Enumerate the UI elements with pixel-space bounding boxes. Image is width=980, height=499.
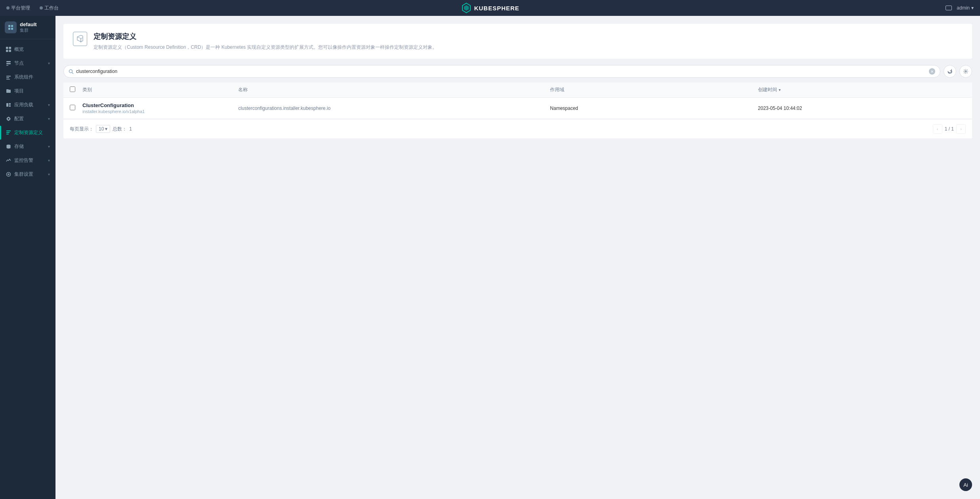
svg-rect-18 (9, 106, 11, 107)
total-value: 1 (129, 126, 132, 132)
overview-label: 概览 (14, 46, 24, 53)
svg-rect-17 (9, 103, 11, 105)
page-header-info: 定制资源定义 定制资源定义（Custom Resource Definition… (94, 32, 437, 51)
svg-rect-20 (6, 132, 10, 133)
app-workloads-icon (6, 102, 11, 108)
svg-rect-14 (6, 77, 9, 78)
svg-rect-12 (6, 65, 8, 66)
screen-icon (946, 6, 952, 10)
svg-rect-2 (8, 25, 10, 27)
page-display: 1 / 1 (945, 126, 954, 132)
storage-chevron-icon: ▾ (48, 144, 50, 149)
kubesphere-logo-icon (460, 2, 472, 13)
svg-rect-7 (9, 47, 11, 49)
sidebar-item-nodes[interactable]: 节点 ▾ (0, 56, 55, 70)
sidebar-item-crd[interactable]: 定制资源定义 (0, 126, 55, 140)
per-page-select[interactable]: 10 ▾ (96, 125, 110, 133)
pagination-left: 每页显示： 10 ▾ 总数： 1 (70, 125, 132, 133)
sidebar-workspace[interactable]: default 集群 (0, 16, 55, 39)
toolbar: ✕ (63, 65, 972, 78)
pagination-right: ‹ 1 / 1 › (933, 124, 966, 134)
cluster-settings-chevron-icon: ▾ (48, 172, 50, 177)
svg-rect-5 (11, 28, 13, 30)
svg-rect-21 (6, 134, 9, 134)
overview-icon (6, 47, 11, 52)
svg-rect-16 (6, 103, 8, 107)
cluster-settings-label: 集群设置 (14, 171, 33, 178)
storage-label: 存储 (14, 143, 24, 150)
settings-button[interactable] (959, 65, 972, 78)
storage-icon (6, 144, 11, 150)
topbar-logo: KUBESPHERE (460, 2, 519, 13)
system-components-icon (6, 75, 11, 80)
config-label: 配置 (14, 115, 24, 122)
sidebar-item-cluster-settings[interactable]: 集群设置 ▾ (0, 167, 55, 181)
per-page-value: 10 (99, 126, 104, 132)
workspace-info: default 集群 (20, 21, 37, 33)
row-checkbox[interactable] (70, 105, 75, 110)
system-components-label: 系统组件 (14, 74, 33, 81)
help-button[interactable]: Ai (959, 478, 972, 491)
layout: default 集群 概览 节点 (0, 16, 980, 499)
page-header-icon (73, 32, 87, 46)
app-workloads-label: 应用负载 (14, 102, 33, 108)
crd-label: 定制资源定义 (14, 129, 43, 136)
platform-dot (6, 6, 10, 10)
search-input[interactable] (76, 69, 929, 74)
crd-icon (6, 130, 11, 136)
app-workloads-chevron-icon: ▾ (48, 103, 50, 107)
admin-chevron-icon: ▾ (971, 5, 974, 11)
svg-rect-11 (6, 63, 11, 64)
projects-label: 项目 (14, 88, 24, 94)
svg-rect-8 (6, 50, 8, 52)
config-icon (6, 116, 11, 122)
sidebar-item-app-workloads[interactable]: 应用负载 ▾ (0, 98, 55, 112)
sidebar-item-config[interactable]: 配置 ▾ (0, 112, 55, 126)
topbar: 平台管理 工作台 KUBESPHERE admin ▾ (0, 0, 980, 16)
svg-rect-3 (11, 25, 13, 27)
col-header-created[interactable]: 创建时间 ▾ (758, 86, 966, 93)
sidebar-item-overview[interactable]: 概览 (0, 42, 55, 56)
sidebar-item-storage[interactable]: 存储 ▾ (0, 140, 55, 154)
prev-page-button[interactable]: ‹ (933, 124, 942, 134)
svg-rect-10 (6, 61, 11, 62)
workspace-sub: 集群 (20, 27, 37, 33)
cluster-settings-icon (6, 172, 11, 177)
table-header: 类别 名称 作用域 创建时间 ▾ (63, 83, 972, 98)
svg-marker-1 (464, 5, 468, 11)
sidebar-item-system-components[interactable]: 系统组件 (0, 70, 55, 84)
page-description: 定制资源定义（Custom Resource Definition，CRD）是一… (94, 44, 437, 51)
refresh-button[interactable] (944, 65, 956, 78)
monitoring-chevron-icon: ▾ (48, 158, 50, 163)
sidebar-item-monitoring[interactable]: 监控告警 ▾ (0, 154, 55, 167)
svg-rect-19 (6, 131, 11, 131)
logo-text: KUBESPHERE (474, 5, 519, 12)
kind-sub: installer.kubesphere.io/v1alpha1 (82, 109, 238, 114)
col-header-name: 名称 (238, 86, 550, 93)
sidebar: default 集群 概览 节点 (0, 16, 55, 499)
monitoring-icon (6, 158, 11, 163)
search-icon (69, 69, 74, 74)
topbar-nav: 平台管理 工作台 (6, 5, 59, 12)
svg-rect-15 (6, 79, 10, 80)
nodes-label: 节点 (14, 60, 24, 67)
cell-name: clusterconfigurations.installer.kubesphe… (238, 106, 550, 111)
search-clear-button[interactable]: ✕ (929, 68, 935, 75)
kind-name[interactable]: ClusterConfiguration (82, 102, 238, 108)
workspace-dot (40, 6, 43, 10)
svg-rect-9 (9, 50, 11, 52)
next-page-button[interactable]: › (956, 124, 966, 134)
total-label: 总数： (113, 126, 127, 132)
per-page-chevron-icon: ▾ (105, 126, 107, 132)
svg-rect-6 (6, 47, 8, 49)
col-header-kind: 类别 (82, 86, 238, 93)
nav-platform[interactable]: 平台管理 (6, 5, 30, 12)
admin-menu[interactable]: admin ▾ (957, 5, 974, 11)
search-box: ✕ (63, 65, 940, 78)
nav-workspace[interactable]: 工作台 (40, 5, 59, 12)
cell-kind: ClusterConfiguration installer.kubespher… (82, 102, 238, 114)
sidebar-item-projects[interactable]: 项目 (0, 84, 55, 98)
config-chevron-icon: ▾ (48, 117, 50, 121)
topbar-right: admin ▾ (946, 5, 974, 11)
select-all-checkbox[interactable] (70, 86, 75, 92)
